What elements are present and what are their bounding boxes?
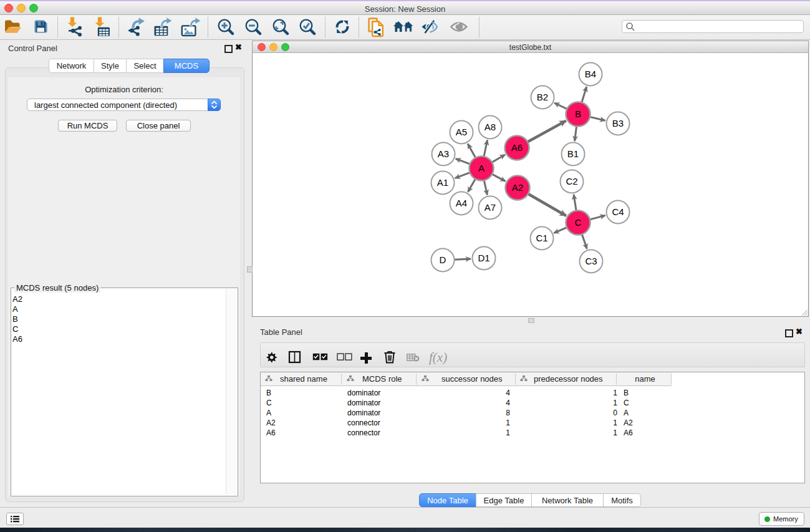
svg-text:C4: C4 (612, 206, 624, 217)
svg-text:C3: C3 (585, 256, 597, 266)
svg-text:A1: A1 (437, 177, 448, 188)
svg-text:A8: A8 (485, 122, 496, 132)
svg-text:A3: A3 (438, 148, 449, 159)
svg-text:A6: A6 (511, 142, 523, 153)
svg-text:A7: A7 (485, 202, 496, 213)
svg-text:A: A (478, 163, 485, 173)
svg-text:B1: B1 (567, 148, 579, 159)
svg-text:B2: B2 (537, 92, 548, 102)
svg-text:D: D (440, 254, 446, 265)
svg-text:C1: C1 (536, 233, 547, 243)
svg-text:A4: A4 (456, 198, 467, 208)
svg-text:B4: B4 (585, 69, 596, 79)
svg-text:C: C (575, 217, 582, 228)
svg-text:C2: C2 (566, 176, 577, 186)
svg-text:B3: B3 (612, 118, 624, 128)
svg-text:A5: A5 (456, 127, 467, 137)
svg-text:B: B (575, 109, 581, 119)
svg-text:D1: D1 (478, 253, 489, 263)
svg-text:A2: A2 (512, 182, 523, 193)
